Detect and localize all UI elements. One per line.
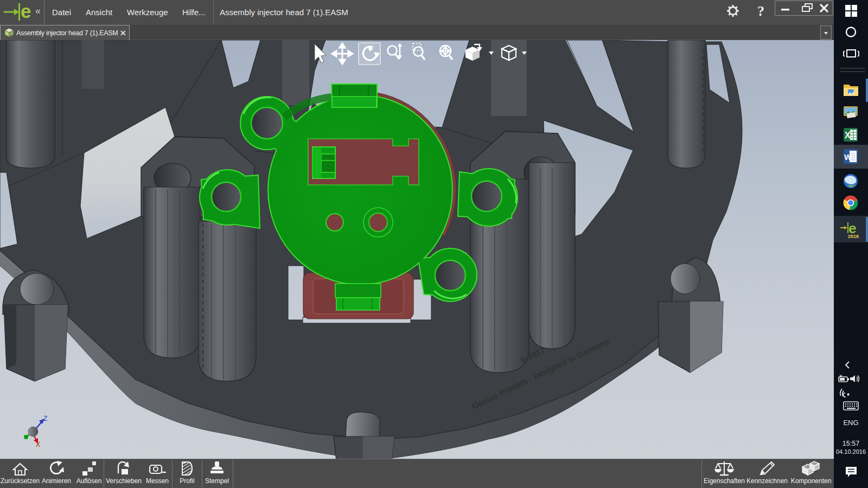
svg-text:X: X bbox=[845, 131, 851, 140]
svg-text:2016: 2016 bbox=[848, 234, 859, 239]
svg-text:Z: Z bbox=[43, 415, 47, 422]
svg-text:?: ? bbox=[757, 3, 764, 19]
svg-text:W: W bbox=[844, 152, 852, 162]
svg-text:X: X bbox=[36, 441, 40, 448]
svg-text:e: e bbox=[21, 1, 31, 22]
